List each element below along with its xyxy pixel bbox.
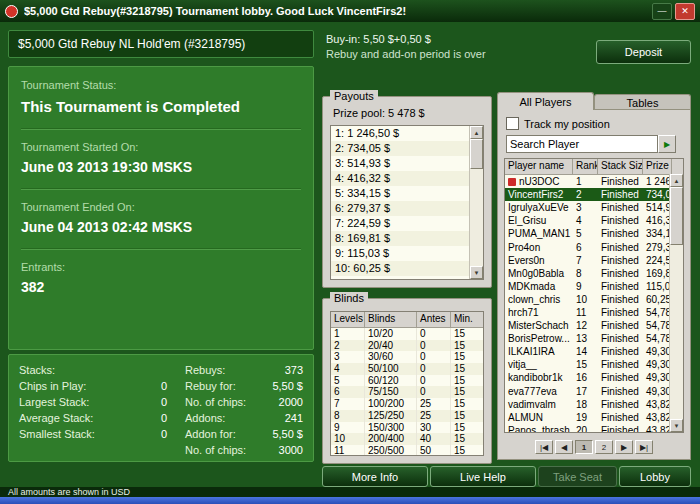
player-row[interactable]: ALMUN19Finished43,82 xyxy=(505,411,683,424)
player-prize: 54,78 xyxy=(643,320,672,331)
scrollbar-track[interactable] xyxy=(670,245,683,419)
player-rank: 2 xyxy=(573,189,598,200)
player-stack: Finished xyxy=(598,215,643,226)
payout-row: 4: 416,32 $ xyxy=(331,171,470,186)
blinds-table: Levels Blinds Antes Min. 110/20015220/40… xyxy=(330,311,484,456)
player-rank: 18 xyxy=(573,399,598,410)
close-button[interactable]: ✕ xyxy=(675,3,695,20)
page-last-button[interactable]: ▶| xyxy=(635,440,653,454)
blinds-col-blinds[interactable]: Blinds xyxy=(365,312,417,327)
buyin-text: Buy-in: 5,50 $+0,50 $ xyxy=(326,33,431,45)
payout-row: 5: 334,15 $ xyxy=(331,186,470,201)
players-col-stack[interactable]: Stack Size xyxy=(598,159,643,174)
page-first-button[interactable]: |◀ xyxy=(535,440,553,454)
player-row[interactable]: Pro4on6Finished279,3... xyxy=(505,240,683,253)
player-row[interactable]: Panos_thrash20Finished43,82 xyxy=(505,424,683,433)
player-row[interactable]: BorisPetrow...13Finished54,78 xyxy=(505,332,683,345)
players-col-rank[interactable]: Rank xyxy=(573,159,598,174)
player-row[interactable]: Evers0n7Finished224,5... xyxy=(505,254,683,267)
payout-row: 2: 734,05 $ xyxy=(331,141,470,156)
stat-value: 241 xyxy=(259,412,303,424)
players-header-stub xyxy=(672,159,683,174)
payouts-scrollbar[interactable]: ▲ ▼ xyxy=(469,126,483,279)
player-row[interactable]: nU3DOC1Finished1 246... xyxy=(505,175,683,188)
stat-value: 2000 xyxy=(259,396,303,408)
player-rank: 13 xyxy=(573,333,598,344)
player-row[interactable]: vadimvalm18Finished43,82 xyxy=(505,398,683,411)
blinds-cell: 15 xyxy=(451,375,483,387)
scroll-up-icon[interactable]: ▲ xyxy=(670,174,683,187)
player-row[interactable]: MisterSchach12Finished54,78 xyxy=(505,319,683,332)
blinds-cell: 15 xyxy=(451,386,483,398)
blinds-cell: 9 xyxy=(331,422,365,434)
deposit-button[interactable]: Deposit xyxy=(596,40,691,64)
page-prev-button[interactable]: ◀ xyxy=(555,440,573,454)
player-stack: Finished xyxy=(598,294,643,305)
blinds-cell: 20/40 xyxy=(365,340,417,352)
player-prize: 49,30 xyxy=(643,346,672,357)
player-row[interactable]: VincentFirs22Finished734,0... xyxy=(505,188,683,201)
players-scrollbar[interactable]: ▲ ▼ xyxy=(669,174,683,432)
search-go-icon[interactable]: ▶ xyxy=(658,135,676,153)
blinds-cell: 15 xyxy=(451,410,483,422)
more-info-button[interactable]: More Info xyxy=(322,466,428,487)
player-row[interactable]: eva777eva17Finished49,30 xyxy=(505,385,683,398)
blinds-row: 220/40015 xyxy=(331,340,483,352)
blinds-cell: 1 xyxy=(331,328,365,340)
scroll-down-icon[interactable]: ▼ xyxy=(470,266,483,279)
stat-label: Addon for: xyxy=(185,428,259,440)
blinds-cell: 0 xyxy=(417,351,451,363)
payout-row: 9: 115,03 $ xyxy=(331,246,470,261)
scrollbar-track[interactable] xyxy=(470,169,483,266)
page-1-button[interactable]: 1 xyxy=(575,440,593,454)
stat-value: 3000 xyxy=(259,444,303,456)
search-player-input[interactable] xyxy=(506,135,658,153)
player-row[interactable]: MDKmada9Finished115,0... xyxy=(505,280,683,293)
page-2-button[interactable]: 2 xyxy=(595,440,613,454)
players-col-name[interactable]: Player name xyxy=(505,159,573,174)
player-name: eva777eva xyxy=(505,386,573,397)
player-rank: 10 xyxy=(573,294,598,305)
blinds-header-row: Levels Blinds Antes Min. xyxy=(331,312,483,328)
blinds-cell: 15 xyxy=(451,328,483,340)
player-row[interactable]: clown_chris10Finished60,25 xyxy=(505,293,683,306)
scrollbar-thumb[interactable] xyxy=(670,187,683,245)
player-prize: 60,25 xyxy=(643,294,672,305)
player-rank: 17 xyxy=(573,386,598,397)
player-row[interactable]: El_Grisu4Finished416,3... xyxy=(505,214,683,227)
title-bar[interactable]: $5,000 Gtd Rebuy(#3218795) Tournament lo… xyxy=(0,0,700,22)
player-rank: 11 xyxy=(573,307,598,318)
page-next-button[interactable]: ▶ xyxy=(615,440,633,454)
tab-tables[interactable]: Tables xyxy=(594,94,691,110)
player-row[interactable]: IgrulyaXuEVe3Finished514,9... xyxy=(505,201,683,214)
tab-all-players[interactable]: All Players xyxy=(497,92,594,110)
player-prize: 49,30 xyxy=(643,372,672,383)
track-position-checkbox[interactable] xyxy=(506,117,519,130)
player-prize: 43,82 xyxy=(643,399,672,410)
player-row[interactable]: Mn0g0Babla8Finished169,8... xyxy=(505,267,683,280)
blinds-col-levels[interactable]: Levels xyxy=(331,312,365,327)
players-pagination: |◀◀12▶▶| xyxy=(498,440,690,455)
scrollbar-thumb[interactable] xyxy=(470,139,483,169)
blinds-cell: 125/250 xyxy=(365,410,417,422)
player-row[interactable]: vitja__15Finished49,30 xyxy=(505,358,683,371)
player-row[interactable]: ILKAI1IRA14Finished49,30 xyxy=(505,345,683,358)
players-col-prize[interactable]: Prize xyxy=(643,159,672,174)
payouts-list[interactable]: 1: 1 246,50 $2: 734,05 $3: 514,93 $4: 41… xyxy=(330,125,484,280)
scroll-up-icon[interactable]: ▲ xyxy=(470,126,483,139)
live-help-button[interactable]: Live Help xyxy=(430,466,536,487)
player-row[interactable]: kandibobr1k16Finished49,30 xyxy=(505,371,683,384)
player-row[interactable]: hrch7111Finished54,78 xyxy=(505,306,683,319)
player-rank: 3 xyxy=(573,202,598,213)
scroll-down-icon[interactable]: ▼ xyxy=(670,419,683,432)
stat-label: Rebuys: xyxy=(185,364,259,376)
lobby-button[interactable]: Lobby xyxy=(619,466,691,487)
player-row[interactable]: PUMA_MAN15Finished334,1... xyxy=(505,227,683,240)
minimize-button[interactable]: — xyxy=(652,3,672,20)
player-name: BorisPetrow... xyxy=(505,333,573,344)
players-rows: nU3DOC1Finished1 246...VincentFirs22Fini… xyxy=(505,175,683,433)
blinds-col-antes[interactable]: Antes xyxy=(417,312,451,327)
player-stack: Finished xyxy=(598,281,643,292)
blinds-cell: 15 xyxy=(451,398,483,410)
blinds-col-min[interactable]: Min. xyxy=(451,312,483,327)
